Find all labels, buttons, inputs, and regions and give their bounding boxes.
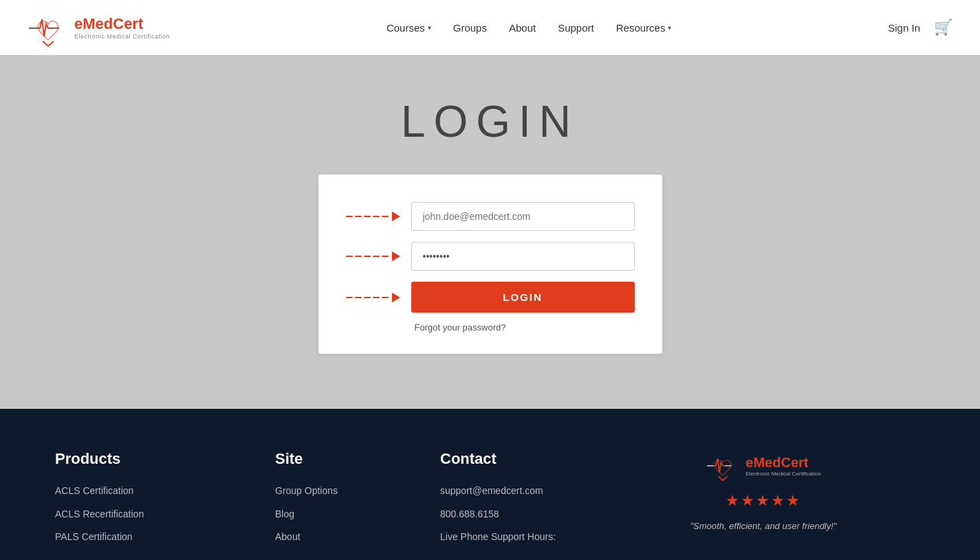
nav-courses[interactable]: Courses ▾ (386, 22, 431, 34)
footer-products-heading: Products (55, 450, 248, 468)
login-button[interactable]: LOGIN (411, 282, 635, 313)
forgot-password-row: Forgot your password? (346, 321, 635, 333)
arrow-dashes-login (346, 293, 400, 302)
email-row (346, 202, 635, 231)
footer-logo: eMedCert Electronic Medical Certificatio… (706, 450, 820, 481)
footer-contact: Contact support@emedcert.com 800.688.615… (440, 450, 633, 554)
nav-groups[interactable]: Groups (453, 22, 487, 34)
brand-name: eMedCert (74, 15, 170, 33)
header-right: Sign In 🛒 (888, 19, 952, 36)
logo-text: eMedCert Electronic Medical Certificatio… (74, 15, 170, 40)
footer-contact-phone: 800.688.6158 (440, 508, 633, 522)
password-input[interactable] (411, 242, 635, 271)
chevron-down-icon: ▾ (668, 24, 671, 32)
footer-link-blog[interactable]: Blog (275, 508, 413, 522)
page-title: LOGIN (401, 96, 579, 147)
arrow-dashes-password (346, 251, 400, 261)
forgot-password-link[interactable]: Forgot your password? (415, 322, 506, 333)
main-nav: Courses ▾ Groups About Support Resources… (386, 22, 672, 34)
password-row (346, 242, 635, 271)
footer-contact-hours: Live Phone Support Hours: (440, 530, 633, 544)
footer-logo-icon (706, 450, 740, 481)
footer-link-group-options[interactable]: Group Options (275, 484, 413, 498)
login-card: LOGIN Forgot your password? (318, 175, 662, 354)
footer-link-acls-cert[interactable]: ACLS Certification (55, 484, 248, 498)
footer-link-pals-cert[interactable]: PALS Certification (55, 530, 248, 544)
footer-brand-name: eMedCert Electronic Medical Certificatio… (745, 455, 820, 477)
login-button-row: LOGIN (346, 282, 635, 313)
logo-icon (28, 9, 69, 47)
footer-link-about[interactable]: About (275, 530, 413, 544)
footer-stars: ★★★★★ (726, 492, 801, 510)
footer-link-acls-recert[interactable]: ACLS Recertification (55, 508, 248, 522)
footer-contact-heading: Contact (440, 450, 633, 468)
footer-grid: Products ACLS Certification ACLS Recerti… (55, 450, 925, 554)
main-content: LOGIN (0, 55, 980, 409)
footer-contact-email[interactable]: support@emedcert.com (440, 484, 633, 498)
cart-icon[interactable]: 🛒 (934, 19, 952, 36)
footer-review: "Smooth, efficient, and user friendly!" (690, 521, 836, 531)
chevron-down-icon: ▾ (428, 24, 431, 32)
logo[interactable]: eMedCert Electronic Medical Certificatio… (28, 9, 170, 47)
sign-in-link[interactable]: Sign In (888, 22, 920, 34)
footer-products: Products ACLS Certification ACLS Recerti… (55, 450, 248, 554)
nav-about[interactable]: About (509, 22, 536, 34)
nav-support[interactable]: Support (558, 22, 594, 34)
footer-brand: eMedCert Electronic Medical Certificatio… (660, 450, 867, 554)
site-footer: Products ACLS Certification ACLS Recerti… (0, 409, 980, 560)
footer-site-heading: Site (275, 450, 413, 468)
arrow-dashes-email (346, 212, 400, 221)
email-input[interactable] (411, 202, 635, 231)
footer-site: Site Group Options Blog About (275, 450, 413, 554)
site-header: eMedCert Electronic Medical Certificatio… (0, 0, 980, 55)
brand-tagline: Electronic Medical Certification (74, 33, 170, 40)
nav-resources[interactable]: Resources ▾ (616, 22, 672, 34)
